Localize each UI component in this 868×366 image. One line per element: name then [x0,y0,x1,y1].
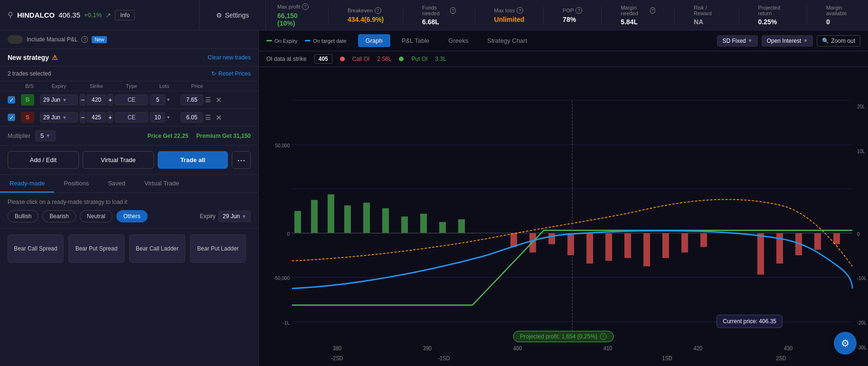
add-edit-button[interactable]: Add / Edit [8,151,79,169]
chart-tab-strategy-chart[interactable]: Strategy Chart [480,34,535,47]
max-loss-help-icon[interactable]: ? [517,7,523,14]
svg-rect-51 [814,233,821,250]
trade-2-bs-badge[interactable]: S [21,112,34,123]
trade-2-price-menu-icon[interactable]: ☰ [205,114,211,121]
projected-return-value: 0.25% [758,18,788,26]
zoom-out-button[interactable]: 🔍 Zoom out [817,35,860,47]
action-buttons-row: Add / Edit Virtual Trade Trade all ⋯ [0,145,258,175]
trade-1-strike-control: − 420 + [80,94,113,106]
svg-text:10L: 10L [857,148,865,154]
more-options-button[interactable]: ⋯ [232,151,251,169]
price-premium-info: Price Get 22.25 Premium Get 31,150 [148,133,251,139]
settings-label: Settings [225,11,249,19]
strategy-card-1[interactable]: Bear Call Spread [8,234,64,263]
multiplier-control[interactable]: 5 ▼ [35,130,56,141]
chart-tab-pl-table[interactable]: P&L Table [394,34,437,47]
pop-help-icon[interactable]: ? [576,7,582,14]
trade-all-button[interactable]: Trade all [158,151,228,169]
zoom-icon: 🔍 [822,38,829,44]
col-bs: B/S [21,83,38,89]
breakeven-help-icon[interactable]: ? [375,7,381,14]
strategy-card-2[interactable]: Bear Put Spread [68,234,124,263]
expiry-selector: Expiry 29 Jun ▼ [200,211,251,222]
svg-rect-36 [458,219,465,233]
virtual-trade-button[interactable]: Virtual Trade [83,151,154,169]
chart-area: -2SD -1SD 1SD 2SD 380 390 400 410 420 43… [259,67,868,366]
svg-rect-48 [757,233,764,274]
funds-needed-help-icon[interactable]: ? [450,7,455,14]
trade-1-expiry[interactable]: 29 Jun ▼ [40,95,78,105]
search-icon[interactable]: ⚲ [8,10,13,19]
svg-text:400: 400 [513,345,522,352]
new-badge: New [92,36,107,43]
projected-return-label: Projected return [758,5,788,16]
max-profit-value: 66,150 (10%) [277,12,309,27]
expiry-filter-value[interactable]: 29 Jun ▼ [218,211,251,222]
clear-trades-button[interactable]: Clear new trades [208,54,251,61]
proj-profit-info-icon[interactable]: i [600,333,607,340]
lots-chevron-icon: ▼ [166,97,170,102]
trade-2-lots-value: 10 [150,112,165,123]
trade-2-lots-control: 10 ▼ [150,112,179,123]
trade-1-expiry-value: 29 Jun [43,96,60,103]
expiry-chevron-icon: ▼ [62,97,67,103]
fab-button[interactable]: ⚙ [834,332,857,355]
filter-neutral[interactable]: Neutral [80,210,113,222]
divider-5 [601,7,602,24]
call-oi-value: 2.58L [377,56,391,62]
tab-saved[interactable]: Saved [98,175,135,193]
trade-1-delete-icon[interactable]: ✕ [216,96,230,105]
trade-2-strike-plus[interactable]: + [107,112,113,123]
filter-bearish[interactable]: Bearish [42,210,76,222]
manual-toggle-row: Include Manual P&L ? New [0,30,258,49]
trade-2-strike-minus[interactable]: − [80,112,85,123]
svg-rect-30 [344,205,351,233]
tab-ready-made[interactable]: Ready-made [0,175,54,193]
svg-rect-38 [529,233,536,252]
settings-button[interactable]: ⚙ Settings [199,0,266,30]
reset-prices-button[interactable]: ↻ Reset Prices [211,70,251,77]
price-label: Price [148,133,163,139]
tab-positions[interactable]: Positions [54,175,98,193]
chart-tab-graph[interactable]: Graph [358,34,390,47]
trade-1-bs-badge[interactable]: B [21,94,34,106]
tab-virtual-trade[interactable]: Virtual Trade [135,175,189,193]
svg-rect-44 [643,233,650,266]
strategy-title-text: New strategy [8,54,49,61]
open-interest-button[interactable]: Open Interest ▼ [762,35,813,47]
strategy-filters: Please click on a ready-made strategy to… [0,193,258,229]
svg-rect-45 [662,233,669,258]
svg-text:-50,000: -50,000 [274,275,290,281]
filter-others[interactable]: Others [116,210,148,222]
breakeven-stat: Breakeven ? 434.4(6.9%) [348,7,384,23]
multiplier-chevron-icon: ▼ [46,133,50,138]
multiplier-row: Multiplier 5 ▼ Price Get 22.25 Premium G… [0,126,258,145]
manual-toggle[interactable] [8,35,23,44]
trade-2-delete-icon[interactable]: ✕ [216,113,230,122]
trade-1-strike-plus[interactable]: + [107,94,113,106]
sd-chevron-icon: ▼ [748,38,753,43]
margin-needed-help-icon[interactable]: ? [650,7,655,14]
call-oi-label: Call OI [352,56,370,62]
settings-gear-icon: ⚙ [216,11,222,19]
chart-tab-greeks[interactable]: Greeks [441,34,476,47]
trade-1-checkbox[interactable]: ✓ [8,96,15,104]
help-icon-manual[interactable]: ? [81,36,88,43]
trade-2-expiry[interactable]: 29 Jun ▼ [40,112,78,123]
filter-bullish[interactable]: Bullish [8,210,38,222]
divider-2 [403,7,403,24]
margin-available-value: 0 [826,18,857,26]
strategy-card-4[interactable]: Bear Put Ladder [190,234,246,263]
info-button[interactable]: Info [115,10,135,20]
strategy-cards-area: Bear Call Spread Bear Put Spread Bear Ca… [0,229,258,269]
max-profit-help-icon[interactable]: ? [302,3,309,10]
max-loss-label: Max loss [494,8,515,13]
fab-icon: ⚙ [841,337,849,349]
sd-fixed-selector[interactable]: SD Fixed ▼ [717,35,757,47]
divider-4 [543,7,544,24]
trade-1-strike-minus[interactable]: − [80,94,85,106]
pop-label: POP [563,8,574,13]
trade-1-price-menu-icon[interactable]: ☰ [205,96,211,104]
trade-2-checkbox[interactable]: ✓ [8,114,15,121]
strategy-card-3[interactable]: Bear Call Ladder [129,234,185,263]
